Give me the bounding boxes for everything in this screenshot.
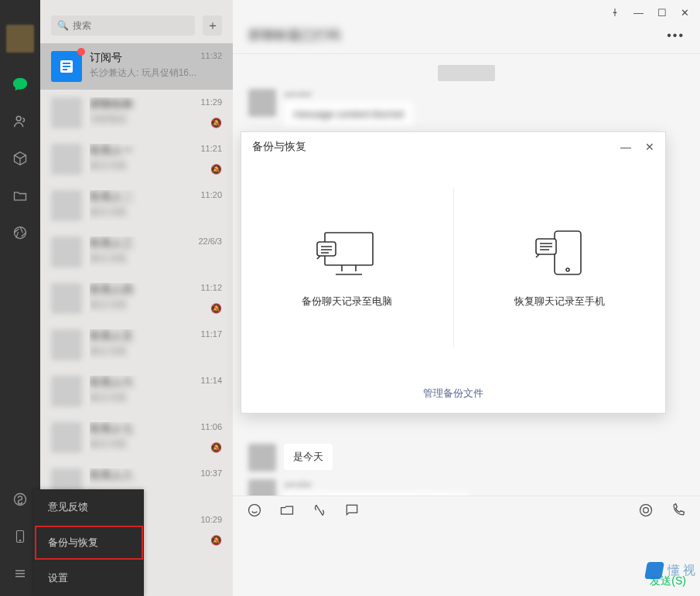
modal-title: 备份与恢复 bbox=[252, 140, 306, 154]
menu-backup-restore[interactable]: 备份与恢复 bbox=[34, 525, 144, 560]
chat-item[interactable]: 联系人三最近消息22/6/3 bbox=[40, 229, 233, 275]
menu-feedback[interactable]: 意见反馈 bbox=[34, 489, 144, 525]
chat-time: 11:14 bbox=[200, 376, 222, 385]
restore-to-phone-label: 恢复聊天记录至手机 bbox=[514, 295, 605, 308]
chat-preview: 最近消息 bbox=[90, 345, 222, 358]
chat-avatar bbox=[51, 422, 82, 453]
svg-point-4 bbox=[19, 540, 21, 542]
aperture-icon[interactable] bbox=[12, 224, 29, 241]
call-icon[interactable] bbox=[671, 502, 686, 518]
chat-avatar bbox=[51, 190, 82, 221]
chat-more-icon[interactable]: ••• bbox=[667, 29, 685, 43]
chat-item[interactable]: 联系人一最近消息11:21🔕 bbox=[40, 136, 233, 182]
chat-time: 11:21 bbox=[200, 144, 222, 153]
msg-sender: sender bbox=[284, 479, 312, 490]
svg-point-15 bbox=[566, 268, 569, 271]
folder-icon[interactable] bbox=[12, 187, 29, 204]
screenshot-icon[interactable] bbox=[312, 502, 327, 518]
chat-preview: 最近消息 bbox=[90, 159, 222, 172]
backup-to-pc-option[interactable]: 备份聊天记录至电脑 bbox=[241, 162, 453, 374]
mute-icon: 🔕 bbox=[210, 303, 222, 314]
mute-icon: 🔕 bbox=[210, 164, 222, 175]
record-icon[interactable] bbox=[638, 502, 654, 518]
new-chat-button[interactable]: ＋ bbox=[203, 15, 222, 36]
mute-icon: 🔕 bbox=[210, 535, 222, 546]
contacts-icon[interactable] bbox=[12, 113, 29, 130]
window-controls: — ☐ ✕ bbox=[233, 0, 700, 25]
user-avatar[interactable] bbox=[6, 25, 34, 53]
chat-time: 11:32 bbox=[200, 51, 222, 60]
hamburger-icon[interactable] bbox=[12, 565, 29, 582]
watermark: 懂 视 bbox=[646, 562, 695, 579]
restore-to-phone-option[interactable]: 恢复聊天记录至手机 bbox=[454, 162, 666, 374]
svg-rect-6 bbox=[63, 63, 70, 64]
chat-avatar bbox=[51, 237, 82, 267]
chat-preview: 最近消息 bbox=[90, 252, 222, 265]
search-input[interactable] bbox=[51, 15, 195, 36]
svg-rect-13 bbox=[317, 242, 336, 256]
chat-time: 11:06 bbox=[200, 422, 222, 431]
msg-avatar bbox=[248, 89, 276, 117]
menu-settings[interactable]: 设置 bbox=[34, 560, 144, 596]
chat-avatar bbox=[51, 329, 82, 360]
svg-point-0 bbox=[16, 116, 21, 121]
svg-point-10 bbox=[640, 505, 652, 516]
msg-bubble: 是今天 bbox=[284, 444, 333, 470]
attachment-icon[interactable] bbox=[279, 502, 295, 518]
chat-item[interactable]: 联系人七最近消息11:06🔕 bbox=[40, 414, 233, 461]
search-icon: 🔍 bbox=[57, 20, 69, 31]
chat-item[interactable]: 联系人五最近消息11:17 bbox=[40, 322, 233, 368]
chat-preview: 最近消息 bbox=[90, 206, 222, 219]
msg-avatar bbox=[248, 479, 276, 496]
svg-point-1 bbox=[15, 227, 26, 239]
msg-bubble: blurred message text content here … bbox=[284, 492, 470, 496]
emoji-icon[interactable] bbox=[247, 502, 262, 518]
chat-time: 10:37 bbox=[200, 468, 222, 478]
chat-icon[interactable] bbox=[12, 76, 29, 93]
chat-item[interactable]: 联系人二最近消息11:20 bbox=[40, 182, 233, 229]
modal-minimize-icon[interactable]: — bbox=[620, 141, 631, 153]
close-icon[interactable]: ✕ bbox=[681, 7, 689, 19]
chat-time: 22/6/3 bbox=[198, 237, 222, 246]
minimize-icon[interactable]: — bbox=[633, 7, 644, 19]
backup-restore-modal: 备份与恢复 — ✕ 备份聊天记录至电脑 恢复 bbox=[241, 131, 666, 414]
chat-title: 群聊标题已打码 bbox=[248, 26, 340, 44]
chat-avatar bbox=[51, 144, 82, 175]
composer: 发送(S) bbox=[233, 496, 700, 596]
msg-avatar bbox=[248, 444, 276, 472]
chat-preview: 最近消息 bbox=[90, 391, 222, 404]
phone-icon[interactable] bbox=[12, 528, 29, 545]
chat-item[interactable]: 联系人四最近消息11:12🔕 bbox=[40, 275, 233, 322]
svg-point-11 bbox=[644, 508, 649, 513]
modal-close-icon[interactable]: ✕ bbox=[645, 141, 654, 153]
chat-time: 11:20 bbox=[200, 190, 222, 199]
cube-icon[interactable] bbox=[12, 150, 29, 167]
history-icon[interactable] bbox=[344, 502, 360, 518]
chat-preview: 消息预览 bbox=[90, 113, 222, 126]
chat-avatar bbox=[51, 51, 82, 82]
backup-to-pc-label: 备份聊天记录至电脑 bbox=[302, 295, 392, 308]
maximize-icon[interactable]: ☐ bbox=[657, 7, 667, 19]
chat-preview: 最近消息 bbox=[90, 438, 222, 451]
manage-backup-link[interactable]: 管理备份文件 bbox=[241, 374, 665, 413]
chat-time: 11:17 bbox=[200, 329, 222, 339]
chat-time: 11:29 bbox=[200, 97, 222, 107]
pin-icon[interactable] bbox=[610, 8, 620, 17]
svg-rect-8 bbox=[63, 69, 67, 70]
svg-rect-7 bbox=[63, 66, 70, 67]
msg-sender: sender bbox=[284, 89, 312, 100]
settings-menu: 意见反馈 备份与恢复 设置 bbox=[34, 489, 144, 596]
chat-preview: 最近消息 bbox=[90, 298, 222, 312]
svg-point-9 bbox=[249, 505, 261, 516]
chat-item[interactable]: 联系人六最近消息11:14 bbox=[40, 368, 233, 414]
msg-bubble: message content blurred bbox=[284, 102, 413, 126]
chat-item[interactable]: 群聊名称消息预览11:29🔕 bbox=[40, 90, 233, 136]
time-pill: 昨天 13:51 bbox=[438, 65, 494, 81]
mute-icon: 🔕 bbox=[210, 117, 222, 128]
chat-time: 10:29 bbox=[200, 515, 222, 524]
unread-dot bbox=[77, 48, 85, 56]
chat-item[interactable]: 订阅号长沙兼达人: 玩具促销16...11:32 bbox=[40, 43, 233, 90]
chat-time: 11:12 bbox=[200, 283, 222, 292]
chat-avatar bbox=[51, 376, 82, 407]
miniprogram-icon[interactable] bbox=[12, 491, 29, 508]
